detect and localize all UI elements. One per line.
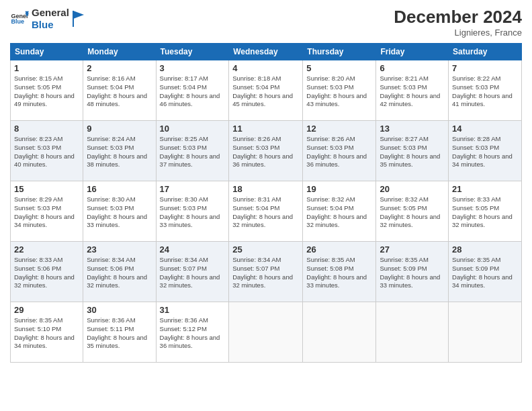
table-row: 18 Sunrise: 8:31 AM Sunset: 5:04 PM Dayl… <box>229 181 303 242</box>
logo-flag-icon <box>72 9 85 28</box>
table-row <box>229 302 303 363</box>
calendar-week-row: 22 Sunrise: 8:33 AM Sunset: 5:06 PM Dayl… <box>11 242 522 302</box>
day-info: Sunrise: 8:25 AM Sunset: 5:03 PM Dayligh… <box>160 135 226 169</box>
day-info: Sunrise: 8:23 AM Sunset: 5:03 PM Dayligh… <box>14 135 79 169</box>
day-info: Sunrise: 8:36 AM Sunset: 5:12 PM Dayligh… <box>160 316 226 351</box>
day-number: 12 <box>306 124 372 134</box>
table-row: 31 Sunrise: 8:36 AM Sunset: 5:12 PM Dayl… <box>156 302 229 363</box>
day-info: Sunrise: 8:24 AM Sunset: 5:03 PM Dayligh… <box>87 135 152 169</box>
table-row: 4 Sunrise: 8:18 AM Sunset: 5:04 PM Dayli… <box>229 60 303 121</box>
page: General Blue General Blue December 2024 … <box>0 0 532 411</box>
header-wednesday: Wednesday <box>229 44 303 60</box>
table-row: 12 Sunrise: 8:26 AM Sunset: 5:03 PM Dayl… <box>303 121 376 181</box>
day-number: 4 <box>232 63 299 73</box>
table-row: 30 Sunrise: 8:36 AM Sunset: 5:11 PM Dayl… <box>83 302 156 363</box>
day-info: Sunrise: 8:32 AM Sunset: 5:04 PM Dayligh… <box>306 195 372 230</box>
location: Lignieres, France <box>394 28 522 38</box>
day-info: Sunrise: 8:31 AM Sunset: 5:04 PM Dayligh… <box>232 195 299 230</box>
day-info: Sunrise: 8:35 AM Sunset: 5:10 PM Dayligh… <box>14 316 79 351</box>
day-info: Sunrise: 8:30 AM Sunset: 5:03 PM Dayligh… <box>160 195 226 230</box>
day-info: Sunrise: 8:35 AM Sunset: 5:09 PM Dayligh… <box>452 256 518 290</box>
table-row: 19 Sunrise: 8:32 AM Sunset: 5:04 PM Dayl… <box>303 181 376 242</box>
day-info: Sunrise: 8:26 AM Sunset: 5:03 PM Dayligh… <box>306 135 372 169</box>
day-number: 13 <box>380 124 445 134</box>
day-info: Sunrise: 8:35 AM Sunset: 5:08 PM Dayligh… <box>306 256 372 290</box>
day-info: Sunrise: 8:29 AM Sunset: 5:03 PM Dayligh… <box>14 195 79 230</box>
table-row: 2 Sunrise: 8:16 AM Sunset: 5:04 PM Dayli… <box>83 60 156 121</box>
calendar-table: Sunday Monday Tuesday Wednesday Thursday… <box>10 43 522 363</box>
day-info: Sunrise: 8:28 AM Sunset: 5:03 PM Dayligh… <box>452 135 518 169</box>
calendar-week-row: 29 Sunrise: 8:35 AM Sunset: 5:10 PM Dayl… <box>11 302 522 363</box>
day-number: 11 <box>232 124 299 134</box>
table-row: 3 Sunrise: 8:17 AM Sunset: 5:04 PM Dayli… <box>156 60 229 121</box>
table-row: 29 Sunrise: 8:35 AM Sunset: 5:10 PM Dayl… <box>11 302 83 363</box>
header-saturday: Saturday <box>449 44 522 60</box>
day-info: Sunrise: 8:22 AM Sunset: 5:03 PM Dayligh… <box>452 75 518 109</box>
table-row: 15 Sunrise: 8:29 AM Sunset: 5:03 PM Dayl… <box>11 181 83 242</box>
day-number: 2 <box>87 63 152 73</box>
day-number: 10 <box>160 124 226 134</box>
day-number: 26 <box>306 244 372 255</box>
day-number: 16 <box>87 184 152 194</box>
day-info: Sunrise: 8:20 AM Sunset: 5:03 PM Dayligh… <box>306 75 372 109</box>
table-row: 10 Sunrise: 8:25 AM Sunset: 5:03 PM Dayl… <box>156 121 229 181</box>
table-row: 26 Sunrise: 8:35 AM Sunset: 5:08 PM Dayl… <box>303 242 376 302</box>
day-number: 29 <box>14 305 79 315</box>
day-number: 14 <box>452 124 518 134</box>
day-number: 24 <box>160 244 226 255</box>
day-number: 21 <box>452 184 518 194</box>
header-sunday: Sunday <box>11 44 83 60</box>
logo: General Blue General Blue <box>10 7 85 31</box>
day-number: 3 <box>160 63 226 73</box>
table-row <box>449 302 522 363</box>
logo-blue: Blue <box>32 19 69 31</box>
day-info: Sunrise: 8:15 AM Sunset: 5:05 PM Dayligh… <box>14 75 79 109</box>
day-number: 9 <box>87 124 152 134</box>
table-row: 16 Sunrise: 8:30 AM Sunset: 5:03 PM Dayl… <box>83 181 156 242</box>
day-number: 25 <box>232 244 299 255</box>
table-row: 5 Sunrise: 8:20 AM Sunset: 5:03 PM Dayli… <box>303 60 376 121</box>
month-title: December 2024 <box>394 7 522 28</box>
table-row: 27 Sunrise: 8:35 AM Sunset: 5:09 PM Dayl… <box>376 242 449 302</box>
day-number: 5 <box>306 63 372 73</box>
day-number: 23 <box>87 244 152 255</box>
calendar-week-row: 8 Sunrise: 8:23 AM Sunset: 5:03 PM Dayli… <box>11 121 522 181</box>
day-info: Sunrise: 8:30 AM Sunset: 5:03 PM Dayligh… <box>87 195 152 230</box>
calendar-week-row: 15 Sunrise: 8:29 AM Sunset: 5:03 PM Dayl… <box>11 181 522 242</box>
table-row: 9 Sunrise: 8:24 AM Sunset: 5:03 PM Dayli… <box>83 121 156 181</box>
table-row: 23 Sunrise: 8:34 AM Sunset: 5:06 PM Dayl… <box>83 242 156 302</box>
day-number: 28 <box>452 244 518 255</box>
day-number: 1 <box>14 63 79 73</box>
day-number: 18 <box>232 184 299 194</box>
table-row: 7 Sunrise: 8:22 AM Sunset: 5:03 PM Dayli… <box>449 60 522 121</box>
calendar-header-row: Sunday Monday Tuesday Wednesday Thursday… <box>11 44 522 60</box>
table-row: 21 Sunrise: 8:33 AM Sunset: 5:05 PM Dayl… <box>449 181 522 242</box>
day-number: 20 <box>380 184 445 194</box>
day-info: Sunrise: 8:26 AM Sunset: 5:03 PM Dayligh… <box>232 135 299 169</box>
table-row <box>376 302 449 363</box>
svg-marker-5 <box>73 11 84 19</box>
day-info: Sunrise: 8:32 AM Sunset: 5:05 PM Dayligh… <box>380 195 445 230</box>
day-info: Sunrise: 8:34 AM Sunset: 5:06 PM Dayligh… <box>87 256 152 290</box>
day-number: 22 <box>14 244 79 255</box>
day-number: 19 <box>306 184 372 194</box>
table-row: 6 Sunrise: 8:21 AM Sunset: 5:03 PM Dayli… <box>376 60 449 121</box>
table-row: 17 Sunrise: 8:30 AM Sunset: 5:03 PM Dayl… <box>156 181 229 242</box>
day-number: 7 <box>452 63 518 73</box>
day-info: Sunrise: 8:17 AM Sunset: 5:04 PM Dayligh… <box>160 75 226 109</box>
day-number: 27 <box>380 244 445 255</box>
table-row: 28 Sunrise: 8:35 AM Sunset: 5:09 PM Dayl… <box>449 242 522 302</box>
day-info: Sunrise: 8:34 AM Sunset: 5:07 PM Dayligh… <box>232 256 299 290</box>
day-number: 30 <box>87 305 152 315</box>
day-number: 8 <box>14 124 79 134</box>
day-info: Sunrise: 8:16 AM Sunset: 5:04 PM Dayligh… <box>87 75 152 109</box>
table-row: 8 Sunrise: 8:23 AM Sunset: 5:03 PM Dayli… <box>11 121 83 181</box>
logo-general: General <box>32 7 69 19</box>
table-row: 11 Sunrise: 8:26 AM Sunset: 5:03 PM Dayl… <box>229 121 303 181</box>
day-number: 17 <box>160 184 226 194</box>
day-info: Sunrise: 8:18 AM Sunset: 5:04 PM Dayligh… <box>232 75 299 109</box>
header-friday: Friday <box>376 44 449 60</box>
calendar-week-row: 1 Sunrise: 8:15 AM Sunset: 5:05 PM Dayli… <box>11 60 522 121</box>
table-row: 22 Sunrise: 8:33 AM Sunset: 5:06 PM Dayl… <box>11 242 83 302</box>
table-row: 13 Sunrise: 8:27 AM Sunset: 5:03 PM Dayl… <box>376 121 449 181</box>
